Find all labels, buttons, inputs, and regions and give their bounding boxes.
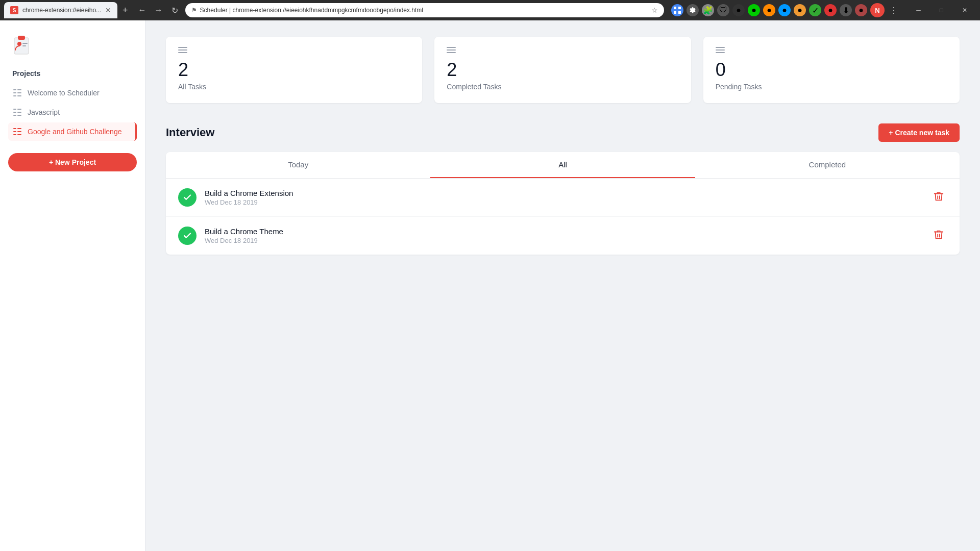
completed-tasks-label: Completed Tasks	[447, 83, 678, 91]
create-task-button[interactable]: + Create new task	[878, 123, 960, 142]
task-name-0: Build a Chrome Extension	[205, 189, 922, 197]
list-icon-welcome	[12, 88, 22, 98]
tabs-header: Today All Completed	[166, 152, 960, 179]
bookmark-icon[interactable]: ☆	[651, 6, 658, 14]
forward-button[interactable]: →	[152, 3, 166, 17]
sidebar-item-google-github[interactable]: Google and Github Challenge	[8, 122, 137, 141]
tab-today[interactable]: Today	[166, 152, 430, 178]
tab-all[interactable]: All	[430, 152, 695, 178]
svg-rect-17	[13, 112, 16, 113]
svg-rect-3	[678, 11, 681, 14]
stat-card-pending-tasks: 0 Pending Tasks	[703, 37, 960, 103]
extension-icon2[interactable]: ●	[763, 4, 775, 16]
extension-icon6[interactable]: ●	[824, 4, 837, 16]
svg-rect-24	[13, 134, 16, 135]
shield-icon[interactable]: 🛡	[717, 4, 729, 16]
svg-rect-20	[17, 112, 21, 113]
sidebar-item-label-javascript: Javascript	[28, 108, 60, 116]
task-delete-0[interactable]	[930, 188, 947, 207]
svg-rect-25	[17, 128, 21, 129]
task-check-1[interactable]	[178, 227, 197, 245]
stat-card-all-tasks: 2 All Tasks	[166, 37, 422, 103]
svg-point-7	[17, 42, 21, 46]
stats-grid: 2 All Tasks 2 Completed Tasks 0 Pending …	[166, 37, 960, 103]
extension-icon1[interactable]: ●	[748, 4, 760, 16]
new-tab-button[interactable]: +	[122, 5, 128, 16]
download-icon[interactable]: ⬇	[840, 4, 852, 16]
maximize-button[interactable]: □	[930, 3, 953, 17]
list-icon-google-github	[12, 127, 22, 137]
circle-icon[interactable]: ●	[732, 4, 745, 16]
svg-rect-26	[17, 131, 21, 132]
svg-rect-16	[13, 109, 16, 110]
svg-rect-12	[13, 95, 16, 96]
tab-close-icon[interactable]: ✕	[105, 6, 111, 14]
svg-rect-15	[17, 95, 21, 96]
section-header: Interview + Create new task	[166, 123, 960, 142]
pending-tasks-number: 0	[716, 59, 947, 81]
profile-avatar[interactable]: N	[870, 3, 885, 17]
task-item-0: Build a Chrome Extension Wed Dec 18 2019	[166, 179, 960, 217]
lock-icon: ⚑	[191, 7, 197, 14]
nav-controls: ← → ↻	[135, 3, 182, 17]
projects-heading: Projects	[8, 69, 137, 78]
extension-icon7[interactable]: ●	[855, 4, 867, 16]
task-name-1: Build a Chrome Theme	[205, 227, 922, 236]
svg-rect-5	[14, 38, 29, 54]
svg-rect-6	[18, 36, 25, 40]
address-text: Scheduler | chrome-extension://eieeiohkf…	[200, 7, 648, 14]
svg-rect-0	[674, 7, 676, 9]
new-project-button[interactable]: + New Project	[8, 153, 137, 171]
svg-rect-14	[17, 92, 21, 93]
puzzle-icon[interactable]: 🧩	[702, 4, 714, 16]
browser-tab[interactable]: S chrome-extension://eieeiho... ✕	[4, 2, 117, 18]
extension-icon4[interactable]: ●	[794, 4, 806, 16]
minimize-button[interactable]: ─	[907, 3, 930, 17]
svg-rect-21	[17, 115, 21, 116]
stat-card-menu-pending[interactable]	[716, 47, 947, 53]
completed-tasks-number: 2	[447, 59, 678, 81]
sidebar-item-label-welcome: Welcome to Scheduler	[28, 89, 100, 97]
extension-icon3[interactable]: ●	[778, 4, 791, 16]
svg-rect-22	[13, 128, 16, 129]
app-container: Projects Welcome to Scheduler Javascript…	[0, 20, 980, 551]
task-check-0[interactable]	[178, 188, 197, 207]
task-info-0: Build a Chrome Extension Wed Dec 18 2019	[205, 189, 922, 206]
extension-icon5[interactable]: ✓	[809, 4, 821, 16]
app-logo	[8, 31, 35, 57]
tab-completed[interactable]: Completed	[695, 152, 960, 178]
task-info-1: Build a Chrome Theme Wed Dec 18 2019	[205, 227, 922, 244]
task-delete-1[interactable]	[930, 226, 947, 245]
back-button[interactable]: ←	[135, 3, 150, 17]
svg-rect-9	[22, 45, 26, 46]
svg-rect-10	[13, 89, 16, 90]
all-tasks-number: 2	[178, 59, 410, 81]
sidebar-item-javascript[interactable]: Javascript	[8, 103, 137, 121]
window-controls: ─ □ ✕	[907, 3, 976, 17]
sidebar-item-welcome[interactable]: Welcome to Scheduler	[8, 84, 137, 102]
tab-title: chrome-extension://eieeiho...	[22, 7, 101, 14]
stat-card-menu-completed[interactable]	[447, 47, 678, 53]
svg-rect-1	[678, 7, 681, 9]
menu-dots-icon[interactable]: ⋮	[888, 4, 900, 16]
all-tasks-label: All Tasks	[178, 83, 410, 91]
task-item-1: Build a Chrome Theme Wed Dec 18 2019	[166, 217, 960, 255]
main-content: 2 All Tasks 2 Completed Tasks 0 Pending …	[145, 20, 980, 551]
svg-rect-23	[13, 131, 16, 132]
task-date-0: Wed Dec 18 2019	[205, 198, 922, 206]
sidebar-item-label-google-github: Google and Github Challenge	[28, 128, 121, 136]
stat-card-completed-tasks: 2 Completed Tasks	[434, 37, 691, 103]
sidebar: Projects Welcome to Scheduler Javascript…	[0, 20, 145, 551]
svg-rect-18	[13, 115, 16, 116]
svg-rect-2	[674, 11, 676, 14]
svg-rect-8	[22, 43, 28, 44]
address-bar[interactable]: ⚑ Scheduler | chrome-extension://eieeioh…	[185, 3, 664, 17]
browser-chrome: S chrome-extension://eieeiho... ✕ + ← → …	[0, 0, 980, 20]
google-apps-icon[interactable]	[671, 4, 683, 16]
settings-icon[interactable]	[687, 4, 699, 16]
close-button[interactable]: ✕	[953, 3, 976, 17]
browser-action-icons: 🧩 🛡 ● ● ● ● ● ✓ ● ⬇ ● N ⋮	[671, 3, 900, 17]
reload-button[interactable]: ↻	[168, 3, 182, 17]
stat-card-menu-all[interactable]	[178, 47, 410, 53]
list-icon-javascript	[12, 107, 22, 117]
